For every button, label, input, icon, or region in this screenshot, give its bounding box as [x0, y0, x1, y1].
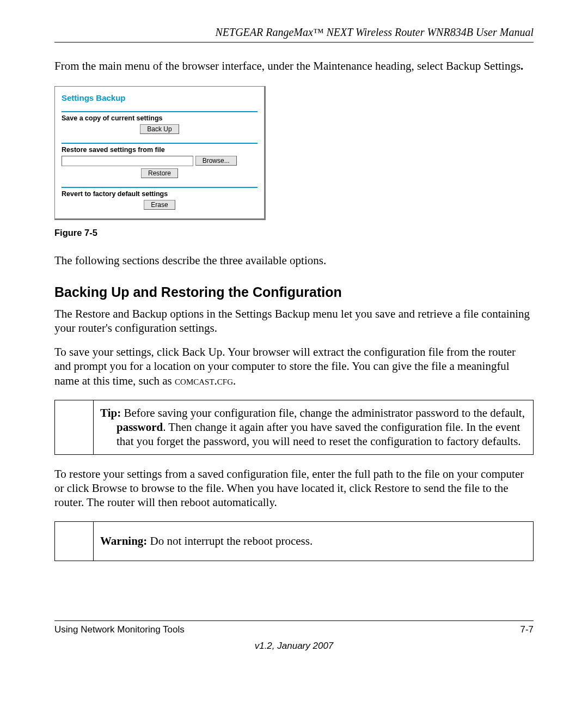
backup-para-2c: . [233, 374, 236, 387]
page: NETGEAR RangeMax™ NEXT Wireless Router W… [0, 0, 588, 706]
tip-text-2: . Then change it again after you have sa… [117, 421, 521, 448]
figure-caption: Figure 7-5 [54, 228, 534, 238]
intro-paragraph: From the main menu of the browser interf… [54, 59, 534, 73]
backup-para-1: The Restore and Backup options in the Se… [54, 307, 534, 336]
footer-version: v1.2, January 2007 [54, 641, 534, 652]
restore-file-input[interactable] [62, 156, 193, 166]
warning-callout: Warning: Do not interrupt the reboot pro… [54, 521, 534, 561]
screenshot-divider-2 [62, 143, 258, 144]
backup-para-2a: To save your settings, click Back Up. Yo… [54, 345, 516, 387]
warning-text: Do not interrupt the reboot process. [147, 534, 313, 547]
tip-body: Tip: Before saving your configuration fi… [94, 400, 533, 454]
footer-rule [54, 620, 534, 621]
config-filename: comcast.cfg [175, 374, 233, 387]
browse-button[interactable]: Browse... [195, 156, 237, 166]
restore-paragraph: To restore your settings from a saved co… [54, 467, 534, 510]
erase-button[interactable]: Erase [144, 200, 175, 210]
backup-para-2: To save your settings, click Back Up. Yo… [54, 345, 534, 388]
warning-body: Warning: Do not interrupt the reboot pro… [94, 522, 533, 560]
running-header: NETGEAR RangeMax™ NEXT Wireless Router W… [54, 26, 534, 39]
save-copy-label: Save a copy of current settings [62, 114, 258, 122]
restore-button[interactable]: Restore [141, 168, 178, 178]
settings-backup-screenshot: Settings Backup Save a copy of current s… [54, 86, 266, 220]
tip-icon-cell [55, 400, 94, 454]
intro-period: . [520, 59, 523, 72]
tip-lead: Tip: [100, 406, 121, 419]
section-heading: Backing Up and Restoring the Configurati… [54, 284, 534, 300]
warning-lead: Warning: [100, 534, 147, 547]
warning-icon-cell [55, 522, 94, 560]
intro-text: From the main menu of the browser interf… [54, 59, 520, 72]
screenshot-divider-3 [62, 187, 258, 188]
footer-page-number: 7-7 [520, 624, 534, 635]
restore-label: Restore saved settings from file [62, 146, 258, 154]
revert-label: Revert to factory default settings [62, 190, 258, 198]
page-footer: Using Network Monitoring Tools 7-7 v1.2,… [54, 620, 534, 652]
footer-left: Using Network Monitoring Tools [54, 624, 185, 635]
tip-bold: password [117, 421, 163, 434]
backup-button[interactable]: Back Up [140, 124, 179, 134]
screenshot-title: Settings Backup [62, 93, 258, 102]
tip-text-1: Before saving your configuration file, c… [121, 406, 525, 419]
post-figure-paragraph: The following sections describe the thre… [54, 253, 534, 267]
tip-callout: Tip: Before saving your configuration fi… [54, 400, 534, 455]
header-rule [54, 42, 534, 42]
screenshot-divider-1 [62, 111, 258, 112]
